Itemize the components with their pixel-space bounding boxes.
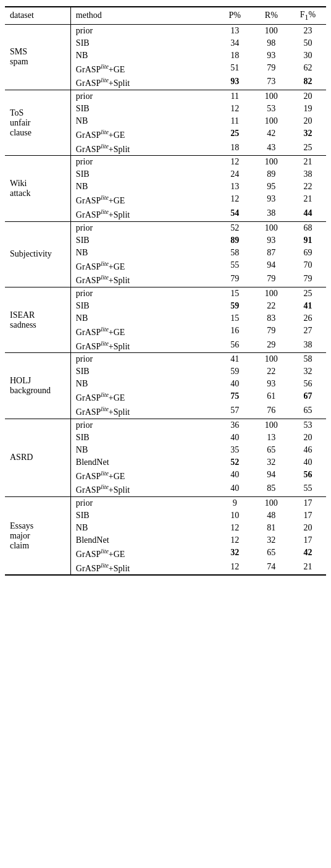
r-cell: 93 — [253, 193, 290, 207]
f1-cell: 67 — [290, 390, 326, 404]
f1-cell: 17 — [290, 496, 326, 509]
p-cell: 51 — [217, 62, 253, 76]
method-cell: SIB — [70, 509, 216, 522]
method-cell: prior — [70, 156, 216, 169]
method-cell: SIB — [70, 37, 216, 49]
f1-cell: 69 — [290, 247, 326, 259]
f1-cell: 25 — [290, 142, 326, 156]
p-cell: 12 — [217, 534, 253, 547]
method-cell: GrASPlite+GE — [70, 193, 216, 207]
table-row: ISEARsadnessprior1510025 — [5, 287, 326, 300]
p-cell: 15 — [217, 287, 253, 300]
f1-cell: 26 — [290, 312, 326, 325]
f1-cell: 32 — [290, 127, 326, 142]
p-cell: 57 — [217, 404, 253, 419]
f1-cell: 20 — [290, 522, 326, 534]
r-cell: 79 — [253, 273, 290, 287]
method-cell: NB — [70, 378, 216, 390]
method-cell: BlendNet — [70, 534, 216, 547]
method-cell: GrASPlite+Split — [70, 561, 216, 576]
r-cell: 83 — [253, 312, 290, 325]
r-cell: 22 — [253, 365, 290, 378]
dataset-cell: SMSspam — [5, 24, 70, 90]
r-cell: 53 — [253, 103, 290, 115]
r-cell: 61 — [253, 390, 290, 404]
method-cell: prior — [70, 90, 216, 103]
r-cell: 100 — [253, 24, 290, 37]
dataset-cell: ToSunfairclause — [5, 90, 70, 156]
r-cell: 48 — [253, 509, 290, 522]
header-method: method — [70, 7, 216, 24]
p-cell: 18 — [217, 142, 253, 156]
p-cell: 40 — [217, 378, 253, 390]
f1-cell: 19 — [290, 103, 326, 115]
r-cell: 65 — [253, 444, 290, 456]
f1-cell: 44 — [290, 207, 326, 221]
f1-cell: 40 — [290, 456, 326, 469]
p-cell: 12 — [217, 156, 253, 169]
table-row: SMSspamprior1310023 — [5, 24, 326, 37]
f1-cell: 55 — [290, 482, 326, 496]
p-cell: 32 — [217, 547, 253, 561]
method-cell: SIB — [70, 432, 216, 444]
f1-cell: 46 — [290, 444, 326, 456]
method-cell: SIB — [70, 365, 216, 378]
table-row: ToSunfairclauseprior1110020 — [5, 90, 326, 103]
r-cell: 100 — [253, 221, 290, 234]
dataset-cell: Subjectivity — [5, 221, 70, 287]
p-cell: 34 — [217, 37, 253, 49]
p-cell: 58 — [217, 247, 253, 259]
method-cell: GrASPlite+GE — [70, 62, 216, 76]
p-cell: 12 — [217, 193, 253, 207]
r-cell: 65 — [253, 547, 290, 561]
p-cell: 35 — [217, 444, 253, 456]
f1-cell: 41 — [290, 300, 326, 312]
dataset-cell: Wikiattack — [5, 156, 70, 221]
r-cell: 29 — [253, 339, 290, 353]
p-cell: 41 — [217, 353, 253, 366]
method-cell: prior — [70, 353, 216, 366]
method-cell: NB — [70, 312, 216, 325]
f1-cell: 62 — [290, 62, 326, 76]
method-cell: NB — [70, 522, 216, 534]
r-cell: 93 — [253, 234, 290, 247]
method-cell: SIB — [70, 103, 216, 115]
p-cell: 12 — [217, 561, 253, 576]
header-p: P% — [217, 7, 253, 24]
method-cell: GrASPlite+Split — [70, 339, 216, 353]
p-cell: 52 — [217, 456, 253, 469]
p-cell: 11 — [217, 115, 253, 127]
r-cell: 43 — [253, 142, 290, 156]
method-cell: GrASPlite+GE — [70, 127, 216, 142]
f1-cell: 56 — [290, 378, 326, 390]
r-cell: 100 — [253, 115, 290, 127]
r-cell: 100 — [253, 156, 290, 169]
method-cell: NB — [70, 49, 216, 62]
method-cell: BlendNet — [70, 456, 216, 469]
r-cell: 81 — [253, 522, 290, 534]
f1-cell: 27 — [290, 325, 326, 339]
r-cell: 100 — [253, 419, 290, 432]
method-cell: SIB — [70, 300, 216, 312]
method-cell: prior — [70, 221, 216, 234]
f1-cell: 42 — [290, 547, 326, 561]
header-dataset: dataset — [5, 7, 70, 24]
f1-cell: 68 — [290, 221, 326, 234]
f1-cell: 25 — [290, 287, 326, 300]
table-row: Subjectivityprior5210068 — [5, 221, 326, 234]
table-header-row: dataset method P% R% F1% — [5, 7, 326, 24]
method-cell: GrASPlite+Split — [70, 404, 216, 419]
results-table: dataset method P% R% F1% SMSspamprior131… — [5, 6, 326, 576]
method-cell: GrASPlite+GE — [70, 469, 216, 483]
f1-cell: 53 — [290, 419, 326, 432]
r-cell: 74 — [253, 561, 290, 576]
p-cell: 55 — [217, 259, 253, 273]
f1-cell: 20 — [290, 432, 326, 444]
r-cell: 38 — [253, 207, 290, 221]
method-cell: NB — [70, 181, 216, 193]
f1-cell: 17 — [290, 534, 326, 547]
r-cell: 100 — [253, 353, 290, 366]
dataset-cell: Essaysmajorclaim — [5, 496, 70, 575]
r-cell: 94 — [253, 259, 290, 273]
r-cell: 89 — [253, 168, 290, 181]
